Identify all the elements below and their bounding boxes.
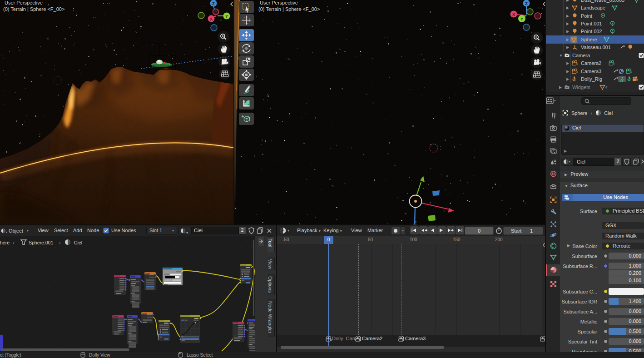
svg-text:X: X [512, 12, 515, 17]
svg-text:Z: Z [525, 1, 528, 6]
svg-text:here: here [0, 240, 10, 245]
svg-text:Ciel: Ciel [74, 240, 82, 245]
svg-text:›: › [13, 240, 15, 245]
svg-text:Y: Y [225, 14, 228, 19]
svg-text:Z: Z [212, 1, 215, 6]
svg-text:Y: Y [520, 17, 523, 21]
svg-text:Sphere.001: Sphere.001 [29, 240, 53, 245]
svg-text:X: X [210, 17, 213, 21]
svg-text:›: › [59, 240, 61, 245]
